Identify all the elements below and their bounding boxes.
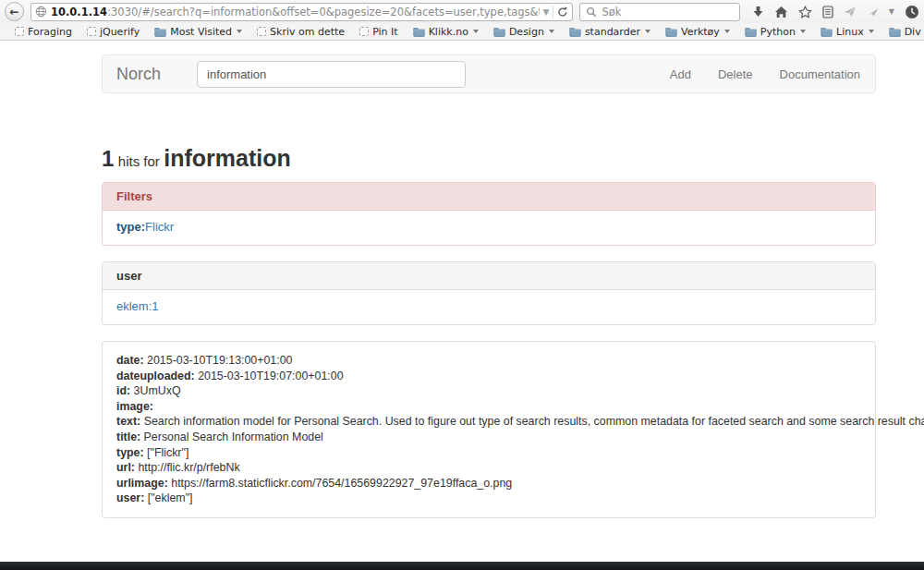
result-fields: date: 2015-03-10T19:13:00+01:00 dateuplo… [103, 342, 875, 517]
background-window-edge [0, 562, 924, 570]
result-field: url: http://flic.kr/p/rfebNk [116, 460, 861, 476]
bookmark-item[interactable]: Python [737, 26, 813, 38]
send-tab-icon[interactable] [867, 7, 879, 17]
url-text: 10.0.1.14:3030/#/search?q=information&of… [51, 6, 540, 18]
url-path: :3030/#/search?q=information&offset=0&pa… [107, 6, 539, 18]
folder-icon [821, 27, 833, 37]
globe-icon [35, 6, 47, 18]
chevron-down-icon [724, 30, 730, 33]
bookmark-item[interactable]: Linux [813, 26, 881, 38]
field-label: title: [116, 431, 140, 443]
nav-link[interactable]: Documentation [780, 67, 860, 81]
results-heading: 1 hits for information [102, 145, 876, 172]
folder-icon [665, 27, 677, 37]
download-icon[interactable] [752, 6, 764, 18]
chevron-down-icon[interactable]: ▼ [889, 7, 894, 16]
bookmark-item[interactable]: standarder [562, 26, 658, 38]
bookmark-label: Klikk.no [429, 26, 468, 38]
filters-panel-heading: Filters [103, 183, 875, 211]
user-facet-panel: user eklem:1 [102, 261, 876, 325]
result-field: urlimage: https://farm8.staticflickr.com… [116, 476, 861, 491]
field-label: url: [116, 461, 135, 474]
field-value: Personal Search Information Model [144, 431, 323, 443]
filter-value: Flickr [145, 220, 174, 234]
bookmark-label: Skriv om dette [270, 26, 345, 38]
field-value: http://flic.kr/p/rfebNk [138, 461, 239, 474]
field-value: https://farm8.staticflickr.com/7654/1656… [171, 477, 512, 490]
result-field: date: 2015-03-10T19:13:00+01:00 [116, 353, 861, 369]
field-label: type: [116, 446, 144, 459]
url-host: 10.0.1.14 [51, 6, 107, 18]
result-field: title: Personal Search Information Model [116, 430, 861, 445]
folder-icon [569, 27, 581, 37]
url-bar[interactable]: 10.0.1.14:3030/#/search?q=information&of… [30, 3, 573, 21]
browser-toolbar: ← 10.0.1.14:3030/#/search?q=information&… [0, 0, 924, 23]
app-nav-links: AddDeleteDocumentation [670, 67, 875, 81]
field-value: Search information model for Personal Se… [144, 415, 924, 428]
result-panel: date: 2015-03-10T19:13:00+01:00 dateuplo… [102, 341, 876, 518]
chevron-down-icon [549, 30, 554, 33]
bookmark-item[interactable]: Klikk.no [406, 26, 486, 38]
field-value: 3UmUxQ [134, 384, 181, 397]
hits-label: hits for [118, 153, 160, 169]
bookmark-item[interactable]: Most Visited [147, 26, 249, 38]
bookmark-placeholder-icon [257, 27, 266, 36]
bookmark-label: Design [509, 26, 544, 38]
user-panel-body: eklem:1 [103, 290, 875, 324]
bookmark-item[interactable]: Verktøy [658, 26, 737, 38]
facet-link-eklem[interactable]: eklem:1 [116, 299, 159, 313]
result-field: dateuploaded: 2015-03-10T19:07:00+01:00 [116, 369, 861, 384]
bookmark-item[interactable]: Pin It [352, 26, 405, 38]
chevron-down-icon [800, 30, 806, 33]
home-icon[interactable] [774, 6, 788, 18]
reload-icon[interactable] [557, 6, 568, 18]
app-search-input[interactable] [197, 61, 466, 88]
field-label: user: [116, 491, 144, 504]
hits-count: 1 [102, 146, 114, 171]
bookmark-item[interactable]: Design [486, 26, 562, 38]
bookmark-label: Foraging [28, 26, 72, 38]
result-field: image: [116, 399, 861, 415]
field-label: date: [116, 354, 144, 367]
field-value: 2015-03-10T19:13:00+01:00 [147, 354, 292, 367]
bookmark-placeholder-icon [359, 27, 369, 36]
reading-list-icon[interactable] [822, 6, 833, 18]
result-field: user: ["eklem"] [116, 491, 861, 506]
bookmark-item[interactable]: Foraging [7, 26, 79, 38]
bookmark-item[interactable]: Div [881, 26, 924, 38]
history-icon[interactable] [905, 5, 919, 19]
url-dropdown-icon[interactable]: ▼ [543, 7, 550, 17]
browser-search-field[interactable]: Søk [579, 3, 739, 21]
nav-link[interactable]: Add [670, 67, 691, 81]
bookmark-label: standarder [585, 26, 640, 38]
field-label: text: [116, 415, 140, 428]
share-icon[interactable] [844, 6, 857, 18]
bookmark-placeholder-icon [87, 27, 96, 36]
browser-chrome: ← 10.0.1.14:3030/#/search?q=information&… [0, 0, 924, 41]
search-placeholder: Søk [602, 6, 621, 18]
back-button[interactable]: ← [5, 2, 24, 21]
bookmarks-bar: Foraging jQuerify Most Visited [0, 23, 924, 41]
result-field: type: ["Flickr"] [116, 445, 861, 461]
bookmark-star-icon[interactable] [798, 6, 812, 18]
field-label: dateuploaded: [116, 370, 195, 382]
bookmark-label: Python [760, 26, 796, 38]
app-brand[interactable]: Norch [103, 65, 175, 84]
field-label: urlimage: [116, 477, 168, 490]
result-field: id: 3UmUxQ [116, 383, 861, 399]
web-page: Norch AddDeleteDocumentation 1 hits for … [0, 42, 924, 562]
result-field: text: Search information model for Perso… [116, 414, 861, 430]
filter-link-type-flickr[interactable]: type:Flickr [116, 220, 174, 234]
filters-panel: Filters type:Flickr [102, 182, 876, 246]
app-navbar: Norch AddDeleteDocumentation [102, 55, 876, 93]
bookmark-item[interactable]: jQuerify [79, 26, 147, 38]
bookmark-item[interactable]: Skriv om dette [249, 26, 352, 38]
folder-icon [889, 27, 901, 37]
user-panel-heading: user [103, 262, 875, 290]
divider [553, 6, 553, 18]
bookmark-label: Div [905, 26, 921, 38]
toolbar-buttons: ▼ [752, 5, 919, 19]
field-label: id: [116, 384, 130, 397]
chevron-down-icon [237, 30, 242, 33]
nav-link[interactable]: Delete [718, 67, 753, 81]
